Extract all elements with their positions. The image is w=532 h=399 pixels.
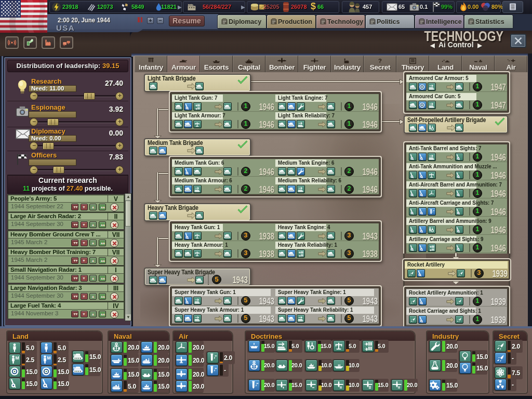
svg-text:M: M xyxy=(16,355,19,361)
svg-text:M: M xyxy=(47,355,51,361)
svg-text:?: ? xyxy=(378,58,382,64)
